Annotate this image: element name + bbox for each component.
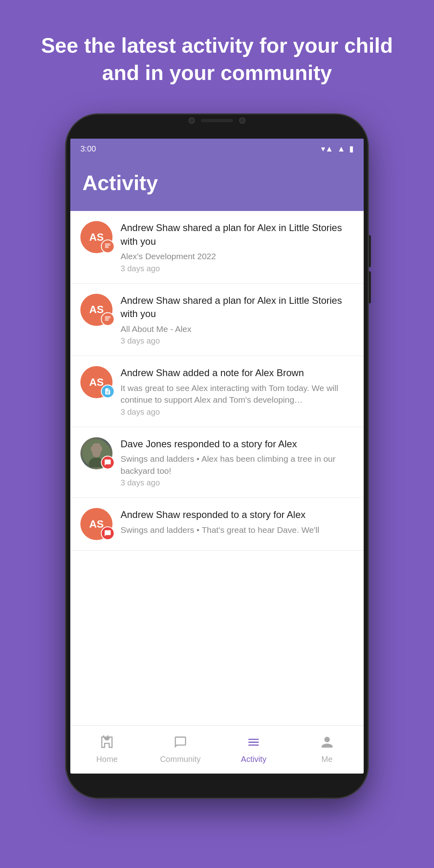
nav-home-label: Home — [96, 755, 118, 764]
page-title: Activity — [82, 171, 352, 195]
avatar-wrapper-5: AS — [80, 508, 113, 540]
item-content-3: Andrew Shaw added a note for Alex Brown … — [121, 366, 354, 416]
nav-activity-label: Activity — [241, 755, 266, 764]
phone-frame: 3:00 ▾▲ ▲ ▮ Activity AS — [66, 115, 368, 798]
item-subtitle-4: Swings and ladders • Alex has been climb… — [121, 453, 354, 477]
bottom-navigation: Home Community Activity — [70, 725, 364, 774]
nav-me[interactable]: Me — [291, 726, 364, 774]
avatar-wrapper-1: AS — [80, 221, 113, 253]
avatar-wrapper-2: AS — [80, 294, 113, 326]
badge-note-3 — [101, 385, 115, 398]
phone-top-bar — [66, 115, 368, 139]
svg-point-6 — [99, 446, 102, 450]
item-title-3: Andrew Shaw added a note for Alex Brown — [121, 366, 354, 380]
item-subtitle-3: It was great to see Alex interacting wit… — [121, 382, 354, 406]
avatar-wrapper-4 — [80, 437, 113, 469]
item-content-5: Andrew Shaw responded to a story for Ale… — [121, 508, 354, 537]
nav-me-label: Me — [321, 755, 333, 764]
nav-community-label: Community — [160, 755, 201, 764]
wifi-icon: ▾▲ — [321, 144, 333, 154]
me-icon — [320, 735, 334, 752]
item-subtitle-5: Swings and ladders • That's great to hea… — [121, 524, 354, 536]
activity-item-5[interactable]: AS Andrew Shaw responded to a story for … — [70, 498, 364, 551]
activity-item-3[interactable]: AS Andrew Shaw added a note for Alex Bro… — [70, 356, 364, 427]
phone-device: 3:00 ▾▲ ▲ ▮ Activity AS — [66, 115, 368, 798]
avatar-wrapper-3: AS — [80, 366, 113, 398]
activity-list[interactable]: AS Andrew Shaw shared a plan for Alex in… — [70, 211, 364, 725]
item-time-1: 3 days ago — [121, 264, 354, 273]
badge-plan-2 — [101, 312, 115, 326]
item-content-1: Andrew Shaw shared a plan for Alex in Li… — [121, 221, 354, 273]
item-time-3: 3 days ago — [121, 407, 354, 417]
sensor-icon — [239, 117, 246, 124]
item-title-1: Andrew Shaw shared a plan for Alex in Li… — [121, 221, 354, 248]
signal-icon: ▲ — [337, 144, 345, 154]
activity-icon — [247, 735, 260, 752]
badge-plan-1 — [101, 240, 115, 253]
notch — [173, 115, 261, 127]
phone-screen: 3:00 ▾▲ ▲ ▮ Activity AS — [70, 139, 364, 774]
status-time: 3:00 — [80, 144, 96, 154]
volume-button — [368, 235, 371, 267]
activity-item-1[interactable]: AS Andrew Shaw shared a plan for Alex in… — [70, 211, 364, 284]
speaker — [201, 119, 233, 122]
badge-comment-4 — [101, 456, 115, 469]
item-time-4: 3 days ago — [121, 478, 354, 487]
nav-community[interactable]: Community — [144, 726, 217, 774]
item-content-2: Andrew Shaw shared a plan for Alex in Li… — [121, 294, 354, 346]
item-title-2: Andrew Shaw shared a plan for Alex in Li… — [121, 294, 354, 321]
item-title-4: Dave Jones responded to a story for Alex — [121, 437, 354, 451]
item-time-2: 3 days ago — [121, 336, 354, 346]
item-subtitle-2: All About Me - Alex — [121, 323, 354, 335]
item-content-4: Dave Jones responded to a story for Alex… — [121, 437, 354, 487]
item-title-5: Andrew Shaw responded to a story for Ale… — [121, 508, 354, 522]
app-header: Activity — [70, 159, 364, 211]
svg-point-5 — [91, 446, 94, 450]
hero-text: See the latest activity for your child a… — [0, 0, 434, 111]
activity-item-2[interactable]: AS Andrew Shaw shared a plan for Alex in… — [70, 284, 364, 356]
item-subtitle-1: Alex's Development 2022 — [121, 250, 354, 262]
home-icon — [100, 735, 114, 752]
battery-icon: ▮ — [349, 144, 354, 154]
side-buttons — [368, 235, 371, 303]
activity-item-4[interactable]: Dave Jones responded to a story for Alex… — [70, 427, 364, 498]
front-camera-icon — [188, 117, 195, 124]
badge-comment-5 — [101, 526, 115, 540]
power-button — [368, 271, 371, 303]
community-icon — [174, 735, 187, 752]
nav-home[interactable]: Home — [70, 726, 144, 774]
status-icons: ▾▲ ▲ ▮ — [321, 144, 354, 154]
nav-activity[interactable]: Activity — [217, 726, 291, 774]
status-bar: 3:00 ▾▲ ▲ ▮ — [70, 139, 364, 159]
